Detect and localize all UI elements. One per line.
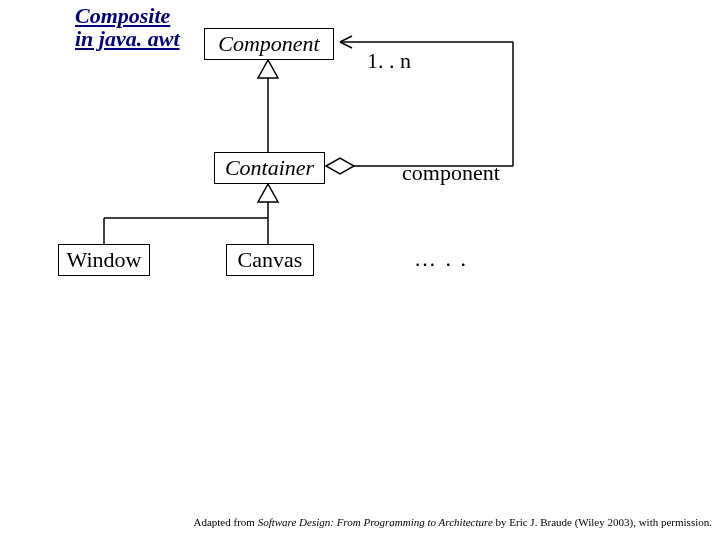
- svg-line-11: [340, 36, 352, 42]
- svg-marker-0: [258, 60, 278, 78]
- class-container: Container: [214, 152, 325, 184]
- ellipsis: … . .: [414, 246, 468, 272]
- attribution-suffix: by Eric J. Braude (Wiley 2003), with per…: [493, 516, 712, 528]
- svg-marker-2: [258, 184, 278, 202]
- attribution-book: Software Design: From Programming to Arc…: [258, 516, 493, 528]
- attribution-prefix: Adapted from: [193, 516, 257, 528]
- class-canvas: Canvas: [226, 244, 314, 276]
- role-label: component: [402, 160, 500, 186]
- class-window: Window: [58, 244, 150, 276]
- attribution: Adapted from Software Design: From Progr…: [193, 516, 712, 528]
- svg-marker-7: [326, 158, 354, 174]
- diagram-title: Composite in java. awt: [75, 4, 185, 50]
- class-component: Component: [204, 28, 334, 60]
- svg-line-12: [340, 42, 352, 48]
- multiplicity-label: 1. . n: [367, 48, 411, 74]
